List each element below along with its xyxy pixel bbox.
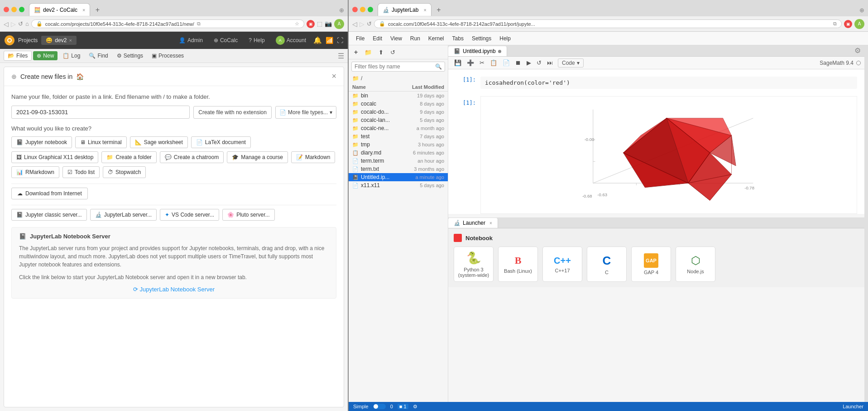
- menu-run[interactable]: Run: [407, 34, 424, 44]
- todo-list-btn[interactable]: ☑ Todo list: [62, 166, 100, 178]
- status-gear-icon[interactable]: ⚙: [413, 404, 417, 410]
- file-row[interactable]: 📄 term.txt 3 months ago: [349, 165, 448, 173]
- gap-launcher-item[interactable]: GAP GAP 4: [631, 247, 671, 282]
- new-file-btn[interactable]: +: [351, 47, 360, 57]
- notification-bell-icon[interactable]: 🔔: [313, 36, 322, 44]
- help-btn[interactable]: ? Help: [245, 36, 268, 45]
- manage-course-btn[interactable]: 🎓 Manage a course: [227, 151, 288, 163]
- dev2-close[interactable]: ×: [69, 38, 72, 43]
- r-traffic-light-red[interactable]: [352, 7, 358, 12]
- jupyter-classic-server-btn[interactable]: 📓 Jupyter classic server...: [11, 209, 87, 221]
- nb-restart-btn[interactable]: ↺: [534, 58, 544, 68]
- right-new-tab-btn[interactable]: +: [433, 5, 444, 15]
- file-row[interactable]: 📄 term.term an hour ago: [349, 157, 448, 165]
- c-launcher-item[interactable]: C C: [587, 247, 627, 282]
- markdown-btn[interactable]: 📝 Markdown: [291, 151, 335, 163]
- sidebar-toggle-icon[interactable]: ☰: [338, 52, 344, 60]
- stopwatch-btn[interactable]: ⏱ Stopwatch: [103, 166, 146, 178]
- r-refresh-btn[interactable]: ↺: [367, 20, 372, 27]
- jupyterlab-link[interactable]: ⟳ JupyterLab Notebook Server: [19, 286, 329, 293]
- python-launcher-item[interactable]: 🐍 Python 3(system-wide): [454, 247, 494, 282]
- new-folder-btn[interactable]: 📁: [362, 48, 374, 57]
- upload-btn[interactable]: ⬆: [376, 48, 386, 57]
- find-btn[interactable]: 🔍 Find: [85, 51, 111, 60]
- right-tab-close[interactable]: ×: [423, 7, 426, 13]
- menu-view[interactable]: View: [387, 34, 406, 44]
- nb-paste-btn[interactable]: 📄: [500, 58, 512, 68]
- fullscreen-icon[interactable]: ⛶: [337, 37, 343, 44]
- admin-btn[interactable]: 👤 Admin: [175, 36, 206, 45]
- r-adblocker-icon[interactable]: ▣: [844, 20, 852, 28]
- jupyter-notebook-btn[interactable]: 📓 Jupyter notebook: [11, 136, 72, 148]
- nb-fast-forward-btn[interactable]: ⏭: [545, 58, 555, 68]
- menu-settings[interactable]: Settings: [468, 34, 495, 44]
- menu-kernel[interactable]: Kernel: [425, 34, 448, 44]
- launcher-tab[interactable]: 🔬 Launcher ×: [448, 218, 498, 228]
- modified-col-header[interactable]: Last Modified: [397, 84, 444, 90]
- filename-input[interactable]: [11, 106, 190, 119]
- r-avatar-icon[interactable]: A: [854, 19, 864, 29]
- file-row-selected[interactable]: 📓 Untitled.ip... a minute ago: [349, 173, 448, 181]
- refresh-files-btn[interactable]: ↺: [388, 48, 398, 57]
- download-internet-btn[interactable]: ☁ Download from Internet: [11, 188, 88, 199]
- nb-run-btn[interactable]: ▶: [524, 58, 533, 68]
- processes-btn[interactable]: ▣ Processes: [148, 51, 187, 60]
- filter-input[interactable]: [355, 63, 433, 70]
- vscode-server-btn[interactable]: ✦ VS Code server...: [160, 209, 219, 221]
- create-panel-close[interactable]: ×: [331, 72, 336, 81]
- pluto-server-btn[interactable]: 🌸 Pluto server...: [222, 209, 274, 221]
- create-folder-btn[interactable]: 📁 Create a folder: [101, 151, 156, 163]
- projects-logo[interactable]: [5, 35, 14, 45]
- x11-desktop-btn[interactable]: 🖼 Linux Graphical X11 desktop: [11, 151, 98, 163]
- right-scrollbar[interactable]: [864, 45, 868, 402]
- mode-toggle[interactable]: [373, 404, 386, 409]
- file-row[interactable]: 📁 cocalc-lan... 5 days ago: [349, 116, 448, 124]
- bash-launcher-item[interactable]: B Bash (Linux): [498, 247, 538, 282]
- create-chatroom-btn[interactable]: 💬 Create a chatroom: [160, 151, 224, 163]
- no-extension-btn[interactable]: Create file with no extension: [193, 106, 272, 119]
- latex-btn[interactable]: 📄 LaTeX document: [191, 136, 251, 148]
- jlab-settings-icon[interactable]: ⚙: [854, 46, 861, 55]
- traffic-light-green[interactable]: [19, 7, 24, 12]
- log-btn[interactable]: 📋 Log: [59, 51, 84, 60]
- right-url-bar[interactable]: 🔒 cocalc.com/10f0e544-313c-4efe-8718-214…: [374, 19, 842, 28]
- js-launcher-item[interactable]: ⬡ Node.js: [676, 247, 715, 282]
- launcher-tab-close[interactable]: ×: [489, 221, 492, 226]
- linux-terminal-btn[interactable]: 🖥 Linux terminal: [75, 136, 127, 148]
- left-active-tab[interactable]: 🧮 dev2 - CoCalc ×: [29, 3, 90, 16]
- name-col-header[interactable]: Name: [352, 84, 397, 90]
- file-row[interactable]: 📋 diary.md 6 minutes ago: [349, 149, 448, 157]
- file-row[interactable]: 📁 cocalc-ne... a month ago: [349, 124, 448, 132]
- r-forward-btn[interactable]: ▷: [360, 20, 364, 28]
- left-tab-close[interactable]: ×: [82, 7, 85, 13]
- more-file-types-btn[interactable]: 📄 More file types... ▾: [275, 106, 336, 119]
- dev2-tab[interactable]: 😀 dev2 ×: [41, 36, 76, 45]
- extension-icon[interactable]: ⬚: [317, 20, 322, 27]
- traffic-light-yellow[interactable]: [11, 7, 17, 12]
- avatar-icon[interactable]: A: [334, 19, 344, 29]
- nb-save-btn[interactable]: 💾: [452, 58, 464, 68]
- menu-file[interactable]: File: [352, 34, 368, 44]
- kernel-selector[interactable]: Code ▾: [558, 58, 584, 68]
- file-row[interactable]: 📄 x11.x11 5 days ago: [349, 181, 448, 189]
- file-row[interactable]: 📁 tmp 3 hours ago: [349, 140, 448, 149]
- jupyterlab-server-btn[interactable]: 🔬 JupyterLab server...: [90, 209, 157, 221]
- menu-tabs[interactable]: Tabs: [449, 34, 467, 44]
- left-url-bar[interactable]: 🔒 cocalc.com/projects/10f0e544-313c-4efe…: [31, 19, 304, 28]
- left-new-tab-btn[interactable]: +: [92, 5, 103, 15]
- r-back-btn[interactable]: ◁: [352, 20, 357, 28]
- settings-btn[interactable]: ⚙ Settings: [113, 51, 147, 60]
- menu-help[interactable]: Help: [496, 34, 514, 44]
- file-row[interactable]: 📁 cocalc 8 days ago: [349, 100, 448, 108]
- right-active-tab[interactable]: 🔬 JupyterLab ×: [378, 3, 432, 16]
- left-home-btn[interactable]: ⌂: [25, 20, 29, 27]
- sage-worksheet-btn[interactable]: 📐 Sage worksheet: [130, 136, 188, 148]
- file-row[interactable]: 📁 bin 19 days ago: [349, 92, 448, 100]
- nb-copy-btn[interactable]: 📋: [488, 58, 499, 68]
- nb-cut-btn[interactable]: ✂: [477, 58, 487, 68]
- account-btn[interactable]: A Account: [272, 34, 310, 46]
- r-traffic-light-yellow[interactable]: [360, 7, 365, 12]
- left-forward-btn[interactable]: ▷: [11, 20, 16, 28]
- file-row[interactable]: 📁 test 7 days ago: [349, 132, 448, 140]
- wifi-icon[interactable]: 📶: [326, 37, 333, 44]
